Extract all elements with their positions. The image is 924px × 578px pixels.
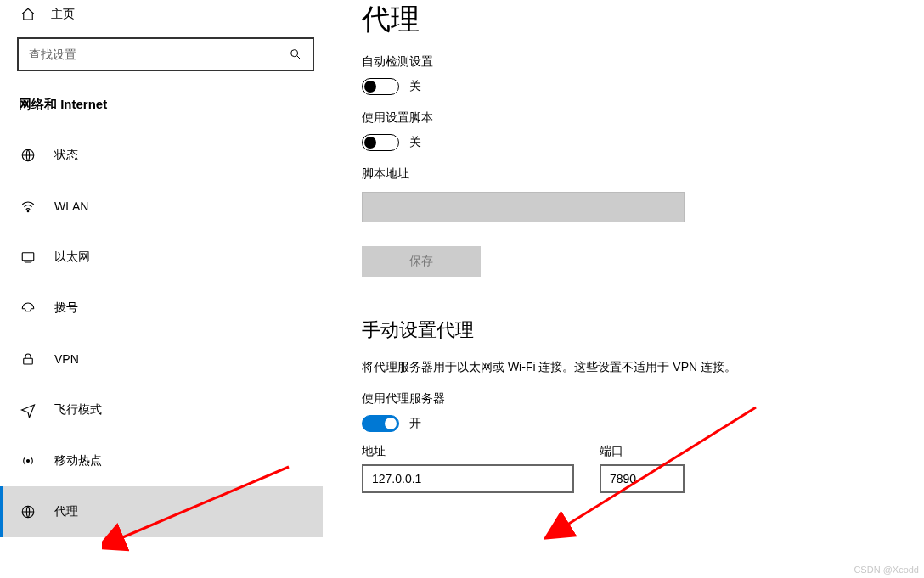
sidebar-item-label: WLAN — [54, 199, 88, 213]
search-settings-box[interactable] — [17, 37, 314, 71]
svg-point-0 — [291, 50, 298, 57]
sidebar-item-proxy[interactable]: 代理 — [0, 486, 323, 537]
svg-line-1 — [297, 56, 301, 59]
sidebar-item-label: VPN — [54, 352, 79, 366]
sidebar-nav-list: 状态 WLAN 以太网 拨号 VPN — [17, 130, 323, 537]
watermark-text: CSDN @Xcodd — [854, 564, 919, 575]
svg-point-6 — [27, 460, 30, 463]
dialup-icon — [20, 300, 36, 316]
script-address-input — [362, 192, 685, 222]
sidebar-item-wlan[interactable]: WLAN — [17, 181, 323, 232]
settings-sidebar: 主页 网络和 Internet 状态 WLAN 以太网 — [0, 0, 323, 578]
sidebar-item-dialup[interactable]: 拨号 — [17, 283, 323, 334]
proxy-port-label: 端口 — [600, 444, 685, 459]
page-title: 代理 — [362, 0, 905, 39]
airplane-icon — [20, 402, 36, 418]
sidebar-item-status[interactable]: 状态 — [17, 130, 323, 181]
home-label: 主页 — [51, 7, 75, 22]
manual-proxy-title: 手动设置代理 — [362, 317, 905, 343]
sidebar-item-airplane[interactable]: 飞行模式 — [17, 384, 323, 435]
sidebar-category-title: 网络和 Internet — [19, 97, 323, 113]
use-proxy-toggle[interactable] — [362, 415, 399, 432]
sidebar-item-label: 以太网 — [54, 250, 90, 265]
proxy-address-label: 地址 — [362, 444, 574, 459]
search-settings-input[interactable] — [29, 48, 289, 61]
sidebar-item-ethernet[interactable]: 以太网 — [17, 232, 323, 283]
sidebar-item-label: 代理 — [54, 504, 78, 519]
proxy-port-input[interactable] — [600, 464, 685, 493]
search-icon — [289, 48, 302, 61]
sidebar-item-hotspot[interactable]: 移动热点 — [17, 435, 323, 486]
setup-script-state: 关 — [409, 135, 421, 150]
svg-rect-4 — [22, 253, 34, 261]
home-icon — [20, 7, 36, 22]
sidebar-item-label: 飞行模式 — [54, 402, 102, 418]
proxy-icon — [20, 504, 36, 519]
status-icon — [20, 148, 36, 163]
sidebar-item-home[interactable]: 主页 — [17, 0, 323, 37]
proxy-address-input[interactable] — [362, 464, 574, 493]
hotspot-icon — [20, 453, 36, 469]
sidebar-item-label: 拨号 — [54, 300, 78, 316]
use-proxy-state: 开 — [409, 416, 421, 431]
auto-detect-label: 自动检测设置 — [362, 54, 905, 70]
sidebar-item-vpn[interactable]: VPN — [17, 334, 323, 384]
save-button: 保存 — [362, 246, 481, 277]
auto-detect-state: 关 — [409, 79, 421, 94]
sidebar-item-label: 移动热点 — [54, 453, 102, 469]
manual-proxy-description: 将代理服务器用于以太网或 Wi-Fi 连接。这些设置不适用于 VPN 连接。 — [362, 358, 905, 376]
script-address-label: 脚本地址 — [362, 166, 905, 182]
sidebar-item-label: 状态 — [54, 148, 78, 163]
auto-detect-toggle[interactable] — [362, 78, 399, 95]
use-proxy-label: 使用代理服务器 — [362, 391, 905, 407]
setup-script-label: 使用设置脚本 — [362, 110, 905, 126]
setup-script-toggle[interactable] — [362, 134, 399, 151]
svg-point-3 — [27, 210, 29, 212]
vpn-icon — [20, 351, 36, 367]
wlan-icon — [20, 199, 36, 214]
main-content: 代理 自动检测设置 关 使用设置脚本 关 脚本地址 保存 手动设置代理 将代理服… — [362, 0, 905, 493]
ethernet-icon — [20, 250, 36, 265]
svg-rect-5 — [24, 358, 33, 364]
